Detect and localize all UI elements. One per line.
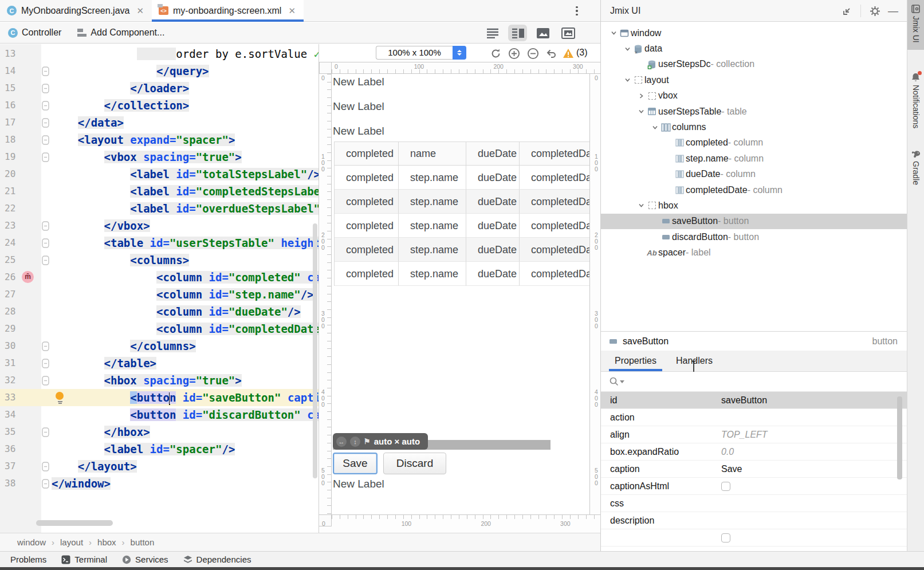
fold-marker-icon[interactable] [42, 135, 49, 145]
editor-tab[interactable]: CMyOnboardingScreen.java✕ [0, 0, 152, 21]
table-row[interactable]: completedstep.namedueDatecompletedDate [335, 238, 589, 262]
tree-item-hbox[interactable]: hbox [601, 198, 907, 213]
tree-item-data[interactable]: ★data [601, 41, 907, 56]
tree-item-step.name[interactable]: step.name - column [601, 151, 907, 166]
code-line[interactable]: 27 <column id="step.name"/> [0, 286, 319, 303]
code-line[interactable]: 29 <column id="completedDate"/ [0, 320, 319, 337]
code-line[interactable]: 38</window> [0, 475, 319, 492]
property-value[interactable]: 0.0 [721, 447, 734, 457]
code-line[interactable]: 26m̂ <column id="completed" capt [0, 269, 319, 286]
code-line[interactable]: 24 <table id="userStepsTable" height=" [0, 234, 319, 251]
close-tab-icon[interactable]: ✕ [288, 6, 296, 16]
inspector-tab-properties[interactable]: Properties [609, 351, 662, 371]
tree-item-columns[interactable]: columns [601, 119, 907, 135]
table-row[interactable]: completedstep.namedueDatecompletedDate [335, 262, 589, 286]
fold-marker-icon[interactable] [42, 238, 49, 248]
editor-vertical-scrollbar[interactable] [313, 223, 317, 478]
code-line[interactable]: 13 order by e.sortValue ✓; [0, 45, 319, 62]
fold-marker-icon[interactable] [42, 84, 49, 93]
table-row[interactable]: completedstep.namedueDatecompletedDate [335, 190, 589, 214]
code-line[interactable]: 28 <column id="dueDate"/> [0, 303, 319, 320]
fold-marker-icon[interactable] [42, 462, 49, 471]
code-line[interactable]: 37 </layout> [0, 458, 319, 475]
tree-item-discardButton[interactable]: discardButton - button [601, 229, 907, 245]
property-row-captionAsHtml[interactable]: captionAsHtml [601, 478, 907, 495]
tree-item-spacer[interactable]: Abspacer - label [601, 245, 907, 260]
close-tab-icon[interactable]: ✕ [136, 6, 144, 16]
property-row-box.expandRatio[interactable]: box.expandRatio0.0 [601, 443, 907, 461]
fold-marker-icon[interactable] [42, 376, 49, 386]
status-item-dependencies[interactable]: Dependencies [183, 555, 251, 564]
property-row-align[interactable]: alignTOP_LEFT [601, 426, 907, 443]
zoom-select[interactable]: 100% x 100% [376, 46, 466, 60]
checkbox[interactable] [721, 533, 730, 543]
chevron-down-icon[interactable] [636, 108, 646, 115]
properties-scrollbar[interactable] [897, 396, 902, 479]
zoom-stepper[interactable] [453, 46, 466, 60]
code-line[interactable]: 32 <hbox spacing="true"> [0, 372, 319, 389]
stripe-tab-jmix-ui[interactable]: Jmix UI [907, 0, 924, 50]
fold-marker-icon[interactable] [42, 118, 49, 128]
fold-marker-icon[interactable] [42, 152, 49, 162]
warning-count[interactable]: (3) [576, 48, 588, 58]
code-line[interactable]: 34 <button id="discardButton" cap [0, 406, 319, 423]
table-row[interactable]: completedstep.namedueDatecompletedDate [335, 214, 589, 238]
code-line[interactable]: 18 <layout expand="spacer"> [0, 131, 319, 148]
code-line[interactable]: 20 <label id="totalStepsLabel"/> [0, 166, 319, 183]
property-value[interactable]: TOP_LEFT [721, 430, 768, 440]
property-row-css[interactable]: css [601, 495, 907, 512]
preview-label[interactable]: New Label [333, 76, 384, 88]
property-row-description[interactable]: description [601, 512, 907, 529]
tree-item-completedDate[interactable]: completedDate - column [601, 182, 907, 198]
property-row-caption[interactable]: captionSave [601, 461, 907, 478]
chevron-down-icon[interactable] [623, 77, 632, 83]
code-line[interactable]: 14 </query> [0, 62, 319, 80]
breadcrumb-item-button[interactable]: button [131, 537, 155, 547]
preview-label[interactable]: New Label [333, 478, 384, 490]
code-line[interactable]: 19 <vbox spacing="true"> [0, 148, 319, 166]
preview-table[interactable]: completednamedueDatecompletedDatecomplet… [334, 141, 589, 286]
preview-canvas[interactable]: New LabelNew LabelNew Label completednam… [332, 74, 589, 514]
table-header-row[interactable]: completednamedueDatecompletedDate [335, 142, 589, 166]
status-item-services[interactable]: Services [122, 555, 168, 564]
property-value[interactable]: Save [721, 464, 742, 474]
fold-marker-icon[interactable] [42, 359, 49, 368]
code-line[interactable]: 17 </data> [0, 114, 319, 131]
fold-marker-icon[interactable] [42, 341, 49, 351]
editor-and-preview-icon[interactable] [508, 25, 527, 41]
fold-marker-icon[interactable] [42, 66, 49, 76]
undo-icon[interactable] [545, 47, 557, 60]
property-value[interactable]: saveButton [721, 395, 767, 406]
hide-panel-icon[interactable]: — [887, 5, 899, 17]
editor-horizontal-scrollbar[interactable] [36, 520, 113, 526]
chevron-down-icon[interactable] [609, 30, 618, 36]
property-row[interactable] [601, 529, 907, 547]
preview-only-icon[interactable] [533, 25, 552, 41]
code-editor[interactable]: 13 order by e.sortValue ✓;14 </query>15 … [0, 44, 319, 533]
stripe-tab-notifications[interactable]: Notifications [907, 72, 924, 128]
code-line[interactable]: 23 </vbox> [0, 217, 319, 234]
tree-item-saveButton[interactable]: saveButton - button [601, 214, 907, 229]
stripe-tab-gradle[interactable]: Gradle [907, 150, 924, 185]
tree-item-userStepsTable[interactable]: userStepsTable - table [601, 104, 907, 119]
dock-icon[interactable] [841, 5, 852, 17]
tree-item-vbox[interactable]: vbox [601, 88, 907, 104]
code-line[interactable]: 22 <label id="overdueStepsLabel"/> [0, 200, 319, 217]
warnings-icon[interactable] [562, 47, 575, 60]
fold-marker-icon[interactable] [42, 101, 49, 111]
breadcrumb-item-window[interactable]: window [17, 537, 46, 547]
code-line[interactable]: 15 </loader> [0, 80, 319, 97]
checkbox[interactable] [721, 482, 730, 491]
property-search-field[interactable] [601, 372, 907, 392]
code-line[interactable]: 30 </columns> [0, 337, 319, 355]
status-item-terminal[interactable]: Terminal [61, 555, 107, 564]
code-line[interactable]: 16 </collection> [0, 97, 319, 114]
fold-marker-icon[interactable] [42, 479, 49, 489]
breadcrumb-item-layout[interactable]: layout [60, 537, 83, 547]
table-row[interactable]: completedstep.namedueDatecompletedDate [335, 166, 589, 190]
more-options-icon[interactable] [572, 5, 582, 17]
editor-only-icon[interactable] [483, 25, 502, 41]
chevron-down-icon[interactable] [623, 46, 632, 52]
breadcrumb-item-hbox[interactable]: hbox [97, 537, 116, 547]
chevron-down-icon[interactable] [650, 124, 659, 131]
